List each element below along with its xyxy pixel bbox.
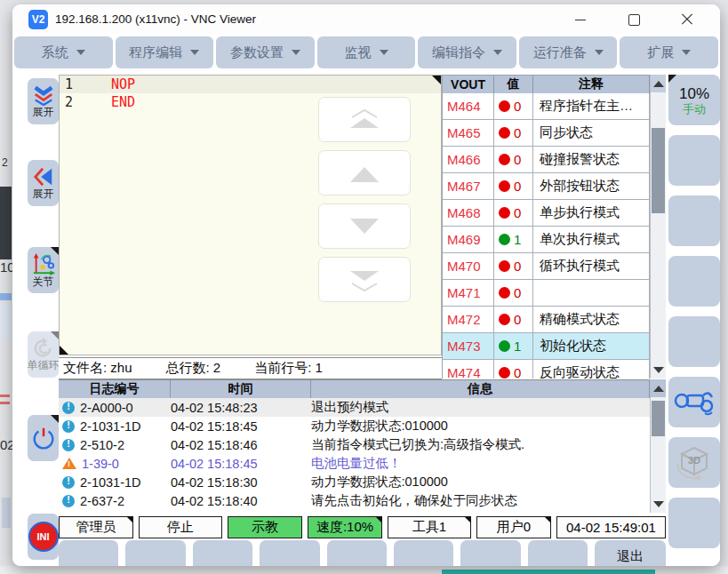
function-button[interactable] xyxy=(193,540,252,566)
desktop-taskbar-sliver xyxy=(0,566,728,574)
vout-value: 0 xyxy=(514,259,521,274)
table-row[interactable]: M472 0 精确模式状态 xyxy=(443,307,650,333)
function-button[interactable] xyxy=(327,540,387,566)
table-row[interactable]: M470 0 循环执行模式 xyxy=(443,253,650,280)
arrow-up-icon xyxy=(653,386,664,392)
status-bar: 管理员 停止 示教 速度:10% 工具1 用户0 xyxy=(59,516,666,538)
menu-edit-command[interactable]: 编辑指令 xyxy=(418,36,516,68)
function-button[interactable] xyxy=(528,540,588,566)
status-dot-icon xyxy=(499,234,510,245)
table-row[interactable]: M467 0 外部按钮状态 xyxy=(443,173,650,200)
desktop-fragment xyxy=(0,402,10,404)
function-button[interactable] xyxy=(125,540,185,566)
menu-system[interactable]: 系统 xyxy=(14,36,113,68)
desktop-background: 2 10 02 V2 192.168.1.200 (x11vnc) - VNC … xyxy=(0,0,728,574)
sidebar-ini-button[interactable]: INI xyxy=(28,514,59,560)
sidebar-joint-button[interactable]: 关节 xyxy=(28,247,59,293)
right-panel-button[interactable] xyxy=(668,195,720,246)
mode-label: 手动 xyxy=(683,102,706,116)
scrollbar-up-button[interactable] xyxy=(651,379,666,397)
status-user-button[interactable]: 用户0 xyxy=(476,516,551,538)
status-role-button[interactable]: 管理员 xyxy=(59,516,133,538)
log-row[interactable]: 2-A000-0 04-02 15:48:23 退出预约模式 xyxy=(59,398,650,417)
scrollbar-up-button[interactable] xyxy=(651,75,666,92)
table-row[interactable]: M474 0 反向驱动状态 xyxy=(443,360,650,379)
table-row[interactable]: M471 0 xyxy=(443,280,650,307)
log-message: 电池电量过低！ xyxy=(311,455,650,472)
corner-marker-icon xyxy=(51,331,59,339)
right-panel-button[interactable] xyxy=(668,135,720,186)
status-speed-button[interactable]: 速度:10% xyxy=(308,516,382,538)
log-row[interactable]: 2-510-2 04-02 15:18:46 当前指令模式已切换为:高级指令模式… xyxy=(59,435,650,454)
sidebar-single-cycle-button[interactable]: 单循环 xyxy=(28,331,59,378)
sidebar-label: 展开 xyxy=(33,188,54,200)
log-id: 2-637-2 xyxy=(80,494,124,508)
maximize-icon[interactable] xyxy=(628,13,640,26)
corner-marker-icon xyxy=(544,516,551,523)
table-row[interactable]: M468 0 单步执行模式 xyxy=(443,200,650,227)
info-icon xyxy=(62,495,75,507)
sidebar-expand-down-button[interactable]: 展开 xyxy=(28,78,59,124)
status-mode-badge[interactable]: 示教 xyxy=(228,516,302,538)
log-id: 2-A000-0 xyxy=(80,401,133,415)
scrollbar-down-button[interactable] xyxy=(651,495,666,513)
exit-button[interactable]: 退出 xyxy=(595,540,666,566)
log-id: 2-1031-1D xyxy=(80,419,141,434)
log-row[interactable]: 2-1031-1D 04-02 15:18:30 动力学数据状态:010000 xyxy=(59,473,650,491)
log-scrollbar[interactable] xyxy=(650,379,666,513)
table-row-selected[interactable]: M473 1 初始化状态 xyxy=(443,333,650,360)
vout-value: 0 xyxy=(514,99,521,114)
function-button[interactable] xyxy=(260,540,319,566)
right-panel-button[interactable] xyxy=(668,256,720,307)
menu-monitor[interactable]: 监视 xyxy=(317,36,416,68)
code-line[interactable]: 1 NOP xyxy=(60,76,441,93)
vout-comment xyxy=(533,280,650,306)
speed-mode-button[interactable]: 10% 手动 xyxy=(668,75,720,125)
speed-value: 10% xyxy=(679,85,709,102)
vout-id: M469 xyxy=(443,227,494,252)
table-row[interactable]: M464 0 程序指针在主… xyxy=(443,93,650,120)
log-row-warning[interactable]: 1-39-0 04-02 15:18:45 电池电量过低！ xyxy=(59,454,650,473)
table-row[interactable]: M465 0 同步状态 xyxy=(443,120,650,147)
chevron-down-icon xyxy=(380,50,388,55)
right-panel-button[interactable] xyxy=(668,498,720,548)
status-run-state[interactable]: 停止 xyxy=(139,516,222,538)
menu-parameter-settings[interactable]: 参数设置 xyxy=(216,36,315,68)
function-button[interactable] xyxy=(394,540,453,566)
status-run-state-label: 停止 xyxy=(167,519,194,536)
scrollbar-thumb[interactable] xyxy=(652,128,665,213)
right-panel-button[interactable] xyxy=(668,316,720,367)
function-button[interactable] xyxy=(59,540,118,566)
menu-label: 程序编辑 xyxy=(129,44,182,61)
menu-run-prepare[interactable]: 运行准备 xyxy=(519,36,618,68)
program-editor[interactable]: 1 NOP 2 END xyxy=(59,75,442,355)
scroll-down-button[interactable] xyxy=(318,203,411,249)
status-tool-button[interactable]: 工具1 xyxy=(388,516,471,538)
table-row[interactable]: M469 1 单次执行模式 xyxy=(443,227,650,253)
joystick-button[interactable] xyxy=(668,377,720,427)
log-row[interactable]: 2-637-2 04-02 15:18:40 请先点击初始化，确保处于同步状态 xyxy=(59,491,650,510)
menu-extension[interactable]: 扩展 xyxy=(620,36,718,68)
scrollbar-thumb[interactable] xyxy=(652,401,665,436)
title-bar[interactable]: V2 192.168.1.200 (x11vnc) - VNC Viewer xyxy=(12,4,720,34)
log-row-error[interactable]: 2-A738-1D 04-02 15:18:28 示教器连接提醒! xyxy=(59,510,650,513)
scroll-up-button[interactable] xyxy=(318,150,411,195)
scroll-bottom-button[interactable] xyxy=(318,257,411,302)
minimize-icon[interactable] xyxy=(574,13,587,26)
line-code: END xyxy=(111,93,135,111)
sidebar-expand-left-button[interactable]: 展开 xyxy=(28,160,59,206)
table-row[interactable]: M466 0 碰撞报警状态 xyxy=(443,147,650,173)
log-row[interactable]: 2-1031-1D 04-02 15:18:45 动力学数据状态:010000 xyxy=(59,417,650,435)
scroll-top-button[interactable] xyxy=(318,97,411,142)
menu-program-edit[interactable]: 程序编辑 xyxy=(116,36,214,68)
sidebar-power-button[interactable] xyxy=(28,415,59,461)
chevron-down-icon xyxy=(190,50,199,55)
vout-scrollbar[interactable] xyxy=(650,75,666,379)
close-icon[interactable] xyxy=(681,13,693,26)
scrollbar-down-button[interactable] xyxy=(651,361,666,379)
menu-label: 监视 xyxy=(345,44,372,61)
function-button[interactable] xyxy=(460,540,520,566)
menu-label: 编辑指令 xyxy=(432,44,485,61)
info-icon xyxy=(62,476,75,489)
view-3d-button[interactable]: 3D xyxy=(668,437,720,488)
